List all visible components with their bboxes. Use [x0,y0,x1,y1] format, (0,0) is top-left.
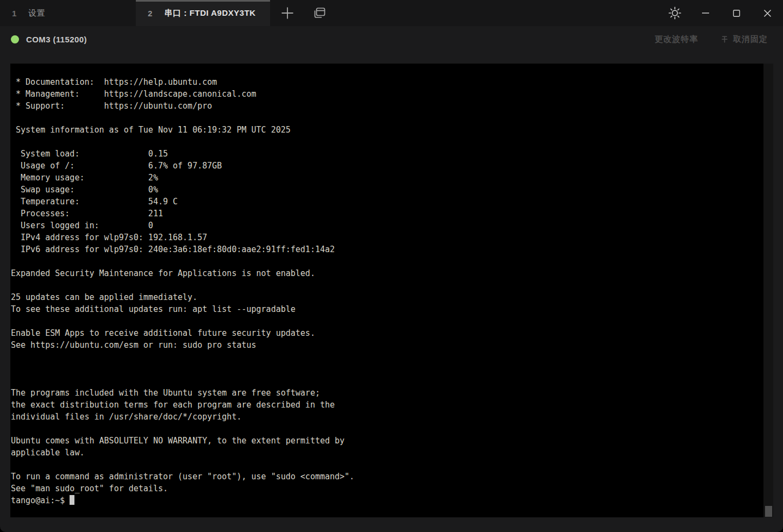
close-icon [763,9,772,17]
connection-status-dot [11,35,19,43]
duplicate-tab-button[interactable] [305,0,333,26]
pin-icon [720,35,729,44]
tab-serial-port[interactable]: 2 串口：FTDI A9DXY3TK [136,0,270,26]
prompt-line: tango@ai:~$ [11,495,763,506]
close-button[interactable] [752,0,783,26]
connection-bar: COM3 (115200) 更改波特率 取消固定 [0,26,783,52]
tab-label: 串口：FTDI A9DXY3TK [164,8,255,18]
unpin-button[interactable]: 取消固定 [720,34,768,45]
scrollbar-thumb[interactable] [765,506,772,517]
app-window: 1 设置 2 串口：FTDI A9DXY3TK [0,0,783,532]
title-bar: 1 设置 2 串口：FTDI A9DXY3TK [0,0,783,26]
duplicate-window-icon [311,5,327,21]
tab-settings[interactable]: 1 设置 [0,0,136,26]
gear-icon [668,6,682,20]
maximize-icon [732,9,741,17]
maximize-button[interactable] [721,0,752,26]
new-tab-button[interactable] [270,0,305,26]
terminal-output: * Documentation: https://help.ubuntu.com… [11,64,763,495]
change-baud-button[interactable]: 更改波特率 [655,34,698,45]
tab-label: 设置 [28,8,45,18]
terminal-screen[interactable]: * Documentation: https://help.ubuntu.com… [10,64,763,517]
minimize-button[interactable] [690,0,721,26]
tab-number: 1 [12,9,16,18]
port-status-label: COM3 (115200) [26,35,87,44]
shell-prompt: tango@ai:~$ [11,496,70,505]
terminal-cursor [70,495,74,505]
settings-button[interactable] [659,0,690,26]
plus-icon [280,5,295,21]
tab-number: 2 [148,9,152,18]
change-baud-label: 更改波特率 [655,34,698,45]
terminal[interactable]: * Documentation: https://help.ubuntu.com… [10,64,773,517]
titlebar-spacer [333,0,659,26]
terminal-scrollbar[interactable] [763,64,773,517]
minimize-icon [701,9,710,17]
unpin-label: 取消固定 [733,34,768,45]
